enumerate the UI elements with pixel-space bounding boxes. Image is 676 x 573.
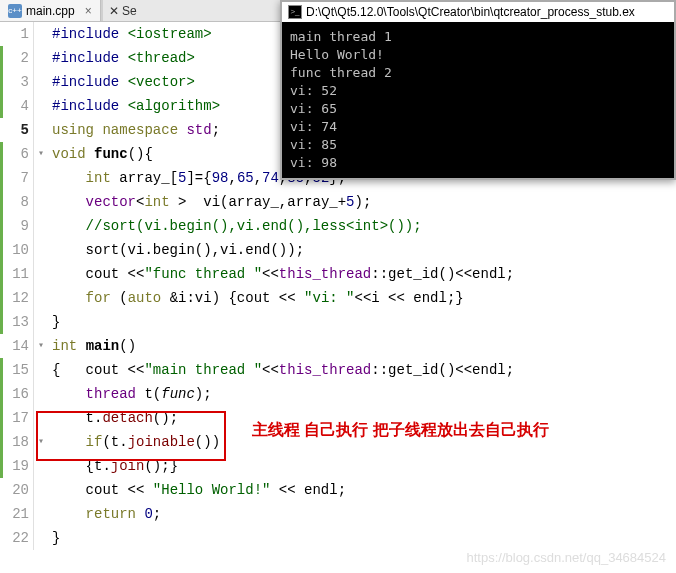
tab-main-cpp[interactable]: c++ main.cpp × [0,0,101,21]
console-window[interactable]: >_ D:\Qt\Qt5.12.0\Tools\QtCreator\bin\qt… [280,0,676,180]
line-number: 2 [0,46,29,70]
line-number: 1 [0,22,29,46]
fold-gutter: ▾ ▾ ▾ [34,22,48,550]
line-number: 6 [0,142,29,166]
line-number: 20 [0,478,29,502]
fold-marker[interactable]: ▾ [34,334,48,358]
cmd-icon: >_ [288,5,302,19]
tab-other-prefix[interactable]: ✕ Se [103,2,143,20]
fold-marker[interactable]: ▾ [34,142,48,166]
console-output: main thread 1 Hello World! func thread 2… [282,22,674,178]
watermark: https://blog.csdn.net/qq_34684524 [467,550,667,565]
line-number: 3 [0,70,29,94]
line-number: 13 [0,310,29,334]
tab-label: main.cpp [26,4,75,18]
fold-marker[interactable]: ▾ [34,430,48,454]
line-number: 4 [0,94,29,118]
cpp-file-icon: c++ [8,4,22,18]
console-line: main thread 1 [290,28,666,46]
line-number-gutter: 1 2 3 4 5 6 7 8 9 10 11 12 13 14 15 16 1… [0,22,34,550]
line-number: 17 [0,406,29,430]
line-number: 22 [0,526,29,550]
line-number: 10 [0,238,29,262]
console-line: vi: 74 [290,118,666,136]
line-number: 5 [0,118,29,142]
line-number: 12 [0,286,29,310]
console-titlebar[interactable]: >_ D:\Qt\Qt5.12.0\Tools\QtCreator\bin\qt… [282,2,674,22]
console-title-text: D:\Qt\Qt5.12.0\Tools\QtCreator\bin\qtcre… [306,5,635,19]
line-number: 11 [0,262,29,286]
console-line: vi: 65 [290,100,666,118]
console-line: vi: 98 [290,154,666,172]
line-number: 7 [0,166,29,190]
line-number: 14 [0,334,29,358]
line-number: 8 [0,190,29,214]
line-number: 18 [0,430,29,454]
console-line: Hello World! [290,46,666,64]
line-number: 15 [0,358,29,382]
annotation-text: 主线程 自己执行 把子线程放出去自己执行 [252,420,549,441]
line-number: 19 [0,454,29,478]
line-number: 21 [0,502,29,526]
close-icon[interactable]: × [85,4,92,18]
console-line: vi: 52 [290,82,666,100]
line-number: 9 [0,214,29,238]
line-number: 16 [0,382,29,406]
console-line: vi: 85 [290,136,666,154]
console-line: func thread 2 [290,64,666,82]
